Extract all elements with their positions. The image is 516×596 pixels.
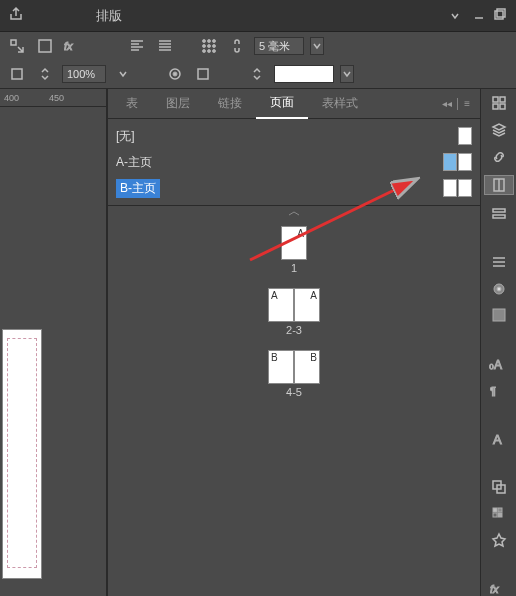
restore-icon[interactable] <box>492 8 508 24</box>
swatches-icon[interactable] <box>489 505 509 522</box>
tab-pages[interactable]: 页面 <box>256 88 308 119</box>
align-justify-icon[interactable] <box>154 36 176 56</box>
styles-icon[interactable] <box>489 205 509 222</box>
gradient-icon[interactable] <box>489 280 509 297</box>
stroke-icon[interactable] <box>489 254 509 271</box>
size-dropdown-icon[interactable] <box>310 37 324 55</box>
svg-rect-19 <box>500 97 505 102</box>
layout-dropdown-icon[interactable] <box>450 7 460 25</box>
color-icon[interactable] <box>489 307 509 324</box>
grid-icon[interactable] <box>198 36 220 56</box>
master-b-row[interactable]: B-主页 <box>108 175 480 201</box>
svg-text:¶: ¶ <box>490 385 496 397</box>
character-icon[interactable]: ₀A <box>489 355 509 372</box>
svg-point-5 <box>203 40 206 43</box>
svg-rect-35 <box>493 513 497 517</box>
svg-rect-1 <box>497 9 505 17</box>
opacity-input[interactable] <box>62 65 106 83</box>
spread-1[interactable]: A 1 <box>281 226 307 274</box>
links-icon[interactable] <box>489 148 509 165</box>
page-thumb: A <box>281 226 307 260</box>
master-a-row[interactable]: A-主页 <box>108 149 480 175</box>
right-icon-bar: ₀A ¶ A fx <box>480 89 516 596</box>
square-stepper-icon[interactable] <box>34 64 56 84</box>
master-a-label: A-主页 <box>116 154 152 171</box>
svg-rect-34 <box>498 508 502 512</box>
panel-tabs: 表 图层 链接 页面 表样式 ◂◂ │ ≡ <box>108 89 480 119</box>
effects-icon[interactable] <box>489 532 509 549</box>
svg-text:₀A: ₀A <box>489 358 502 372</box>
layers-icon[interactable] <box>489 122 509 139</box>
page-number: 2-3 <box>286 324 302 336</box>
svg-point-7 <box>213 40 216 43</box>
master-thumb <box>458 153 472 171</box>
fx-icon[interactable]: fx <box>62 36 84 56</box>
master-thumb <box>443 153 457 171</box>
panel-resize-handle[interactable] <box>279 203 309 209</box>
document-page[interactable] <box>2 329 42 579</box>
color-dropdown-icon[interactable] <box>340 65 354 83</box>
glyph-icon[interactable]: A <box>489 430 509 447</box>
content-fit-icon[interactable] <box>34 36 56 56</box>
svg-point-9 <box>208 45 211 48</box>
svg-text:A: A <box>493 432 502 447</box>
horizontal-ruler: 400 450 <box>0 89 106 107</box>
master-thumb <box>458 179 472 197</box>
align-left-icon[interactable] <box>126 36 148 56</box>
tab-layers[interactable]: 图层 <box>152 89 204 118</box>
main-area: 400 450 表 图层 链接 页面 表样式 ◂◂ │ ≡ [无] A-主页 <box>0 89 516 596</box>
square-icon[interactable] <box>6 64 28 84</box>
layout-menu[interactable]: 排版 <box>96 7 122 25</box>
svg-point-11 <box>203 50 206 53</box>
size-input[interactable] <box>254 37 304 55</box>
link-icon[interactable] <box>226 36 248 56</box>
svg-point-6 <box>208 40 211 43</box>
svg-text:fx: fx <box>64 40 73 52</box>
svg-rect-36 <box>498 513 502 517</box>
tab-links[interactable]: 链接 <box>204 89 256 118</box>
panel-collapse-icon[interactable]: ◂◂ │ ≡ <box>436 98 476 109</box>
fx-panel-icon[interactable]: fx <box>489 580 509 596</box>
minimize-icon[interactable] <box>472 8 488 24</box>
page-margin-guide <box>7 338 37 568</box>
opacity-dropdown-icon[interactable] <box>112 64 134 84</box>
spread-2[interactable]: A A 2-3 <box>268 288 320 336</box>
stroke-stepper-icon[interactable] <box>246 64 268 84</box>
effect1-icon[interactable] <box>164 64 186 84</box>
svg-rect-3 <box>39 40 51 52</box>
svg-point-26 <box>497 287 501 291</box>
canvas-area: 400 450 <box>0 89 107 596</box>
svg-rect-0 <box>495 11 503 19</box>
page-thumb: B <box>268 350 294 384</box>
pages-icon[interactable] <box>484 175 514 195</box>
ruler-mark: 400 <box>4 93 19 103</box>
paragraph-icon[interactable]: ¶ <box>489 382 509 399</box>
object-styles-icon[interactable] <box>489 479 509 496</box>
tab-table[interactable]: 表 <box>112 89 152 118</box>
master-thumb <box>458 127 472 145</box>
page-number: 4-5 <box>286 386 302 398</box>
svg-rect-17 <box>198 69 208 79</box>
cc-libraries-icon[interactable] <box>489 95 509 112</box>
tab-table-styles[interactable]: 表样式 <box>308 89 372 118</box>
master-thumb <box>443 179 457 197</box>
master-none-row[interactable]: [无] <box>108 123 480 149</box>
frame-fit-icon[interactable] <box>6 36 28 56</box>
svg-rect-14 <box>12 69 22 79</box>
spread-3[interactable]: B B 4-5 <box>268 350 320 398</box>
svg-point-8 <box>203 45 206 48</box>
share-icon[interactable] <box>8 6 24 26</box>
svg-rect-18 <box>493 97 498 102</box>
svg-rect-27 <box>493 309 505 321</box>
page-thumb: A <box>294 288 320 322</box>
page-number: 1 <box>291 262 297 274</box>
top-menu-bar: 排版 <box>0 0 516 32</box>
svg-rect-33 <box>493 508 497 512</box>
svg-point-10 <box>213 45 216 48</box>
svg-point-13 <box>213 50 216 53</box>
svg-rect-21 <box>500 104 505 109</box>
effect2-icon[interactable] <box>192 64 214 84</box>
svg-rect-20 <box>493 104 498 109</box>
svg-rect-24 <box>493 215 505 218</box>
color-swatch[interactable] <box>274 65 334 83</box>
